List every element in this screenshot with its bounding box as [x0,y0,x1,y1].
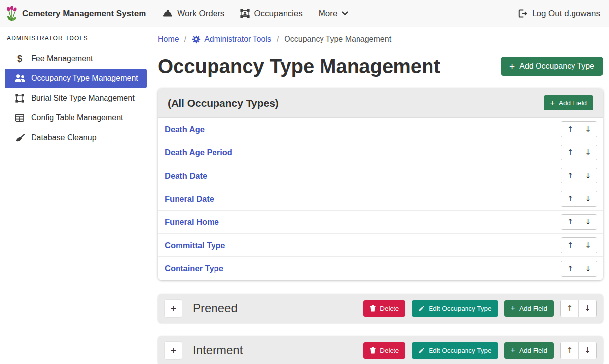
breadcrumb-admin-tools-link[interactable]: Administrator Tools [192,35,271,44]
broom-icon [13,134,27,142]
nav-work-orders[interactable]: Work Orders [163,9,224,19]
plus-icon: + [509,62,515,71]
field-link[interactable]: Committal Type [165,241,225,250]
add-occupancy-type-button[interactable]: + Add Occupancy Type [501,57,603,76]
breadcrumb-home-link[interactable]: Home [158,35,179,44]
sign-out-icon [518,9,528,18]
dollar-icon: $ [13,54,27,64]
edit-occupancy-type-label: Edit Occupancy Type [429,347,491,354]
table-icon [13,114,27,122]
move-down-button[interactable]: ↓ [578,300,596,317]
frame-icon [13,94,27,103]
users-icon [13,74,27,82]
sidebar-heading: ADMINISTRATOR TOOLS [0,30,152,49]
field-link[interactable]: Funeral Date [165,194,214,204]
move-down-button[interactable]: ↓ [579,145,597,160]
reorder-button-group: ↑ ↓ [561,168,597,183]
move-up-button[interactable]: ↑ [561,122,579,137]
add-field-button[interactable]: + Add Field [504,300,554,317]
sidebar-item-config-table-management[interactable]: Config Table Management [5,108,147,128]
add-occupancy-type-label: Add Occupancy Type [519,62,594,71]
edit-occupancy-type-label: Edit Occupancy Type [429,305,491,312]
move-up-button[interactable]: ↑ [561,261,579,276]
add-field-label: Add Field [519,305,547,312]
trash-icon [370,305,376,312]
move-up-button[interactable]: ↑ [561,168,579,183]
hard-hat-icon [163,9,173,18]
delete-button[interactable]: Delete [363,300,405,317]
field-row: Container Type ↑ ↓ [158,257,603,280]
all-occupancy-types-card: (All Occupancy Types) + Add Field Death … [158,88,603,280]
move-down-button[interactable]: ↓ [579,168,597,183]
field-link[interactable]: Funeral Home [165,218,219,227]
nav-more[interactable]: More [319,9,349,19]
section-interment: + Interment Delete [158,336,603,364]
page-header: Occupancy Type Management + Add Occupanc… [158,54,603,78]
section-preneed: + Preneed Delete [158,294,603,323]
card-header: (All Occupancy Types) + Add Field [158,88,603,118]
sidebar-item-database-cleanup[interactable]: Database Cleanup [5,128,147,147]
logout-label: Log Out d.gowans [532,9,600,19]
top-navbar: Cemetery Management System Work Orders [0,0,609,27]
plus-icon: + [511,346,515,354]
nav-occupancies[interactable]: Occupancies [240,9,302,19]
pencil-icon [418,347,425,354]
move-down-button[interactable]: ↓ [578,342,596,359]
delete-label: Delete [380,347,399,354]
move-up-button[interactable]: ↑ [561,342,578,359]
main-content: Home / [152,27,609,364]
field-link[interactable]: Death Age Period [165,148,232,157]
pencil-icon [418,305,425,312]
plus-icon: + [511,304,515,312]
field-link[interactable]: Death Age [165,125,205,134]
nav-occupancies-label: Occupancies [254,9,302,19]
reorder-button-group: ↑ ↓ [560,342,597,359]
trash-icon [370,347,376,354]
sidebar-item-label: Occupancy Type Management [31,74,138,83]
move-up-button[interactable]: ↑ [561,145,579,160]
breadcrumb-current: Occupancy Type Management [284,35,391,44]
app-brand[interactable]: Cemetery Management System [6,6,146,22]
expand-section-button[interactable]: + [164,341,182,360]
edit-occupancy-type-button[interactable]: Edit Occupancy Type [412,342,498,359]
delete-label: Delete [380,305,399,312]
add-field-button[interactable]: + Add Field [504,342,554,359]
field-link[interactable]: Death Date [165,171,207,181]
sidebar-item-fee-management[interactable]: $ Fee Management [5,49,147,69]
field-link[interactable]: Container Type [165,264,223,273]
section-actions: Delete Edit Occupancy Type + Add Field [363,300,597,317]
breadcrumb: Home / [158,35,603,44]
field-row: Funeral Home ↑ ↓ [158,211,603,234]
sidebar-item-label: Fee Management [31,54,93,63]
occupant-frame-icon [240,9,250,18]
move-up-button[interactable]: ↑ [561,300,578,317]
add-field-button[interactable]: + Add Field [544,95,593,110]
card-title: (All Occupancy Types) [168,97,279,109]
move-up-button[interactable]: ↑ [561,238,579,253]
move-down-button[interactable]: ↓ [579,238,597,253]
move-up-button[interactable]: ↑ [561,191,579,206]
move-down-button[interactable]: ↓ [579,191,597,206]
field-row: Death Date ↑ ↓ [158,164,603,187]
reorder-button-group: ↑ ↓ [561,121,597,137]
breadcrumb-separator: / [277,35,279,44]
sidebar-item-label: Config Table Management [31,113,123,122]
expand-section-button[interactable]: + [164,299,182,318]
delete-button[interactable]: Delete [363,342,405,359]
move-down-button[interactable]: ↓ [579,122,597,137]
nav-work-orders-label: Work Orders [177,9,224,19]
logout-button[interactable]: Log Out d.gowans [518,9,600,19]
move-up-button[interactable]: ↑ [561,215,579,229]
sidebar: ADMINISTRATOR TOOLS $ Fee Management Occ… [0,27,152,364]
plus-icon: + [550,99,555,107]
reorder-button-group: ↑ ↓ [561,261,597,277]
move-down-button[interactable]: ↓ [579,215,597,229]
section-title: Preneed [193,301,238,315]
move-down-button[interactable]: ↓ [579,261,597,276]
field-row: Funeral Date ↑ ↓ [158,187,603,211]
sidebar-item-burial-site-type-management[interactable]: Burial Site Type Management [5,88,147,108]
sidebar-item-occupancy-type-management[interactable]: Occupancy Type Management [5,69,147,88]
edit-occupancy-type-button[interactable]: Edit Occupancy Type [412,300,498,317]
field-row: Committal Type ↑ ↓ [158,234,603,257]
tulip-logo-icon [6,6,18,22]
